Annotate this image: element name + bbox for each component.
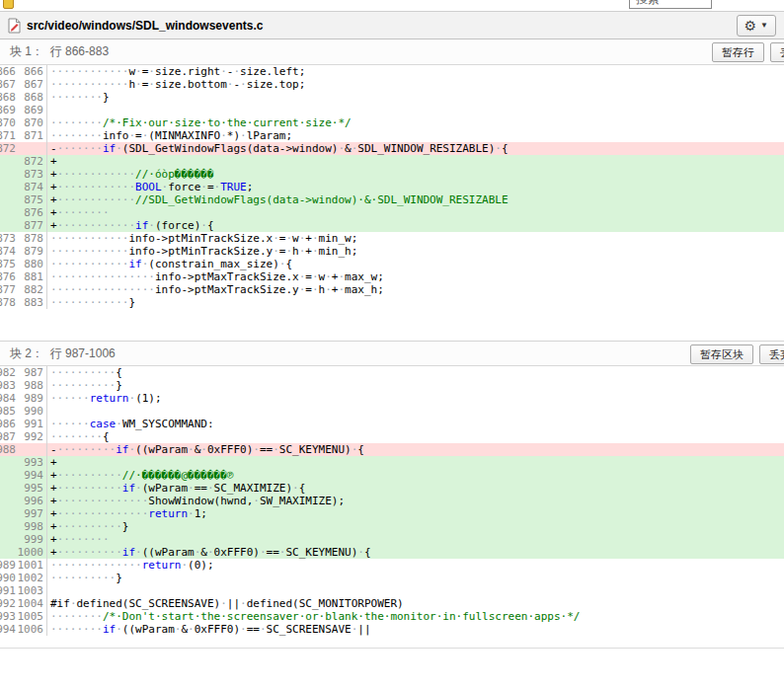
whitespace-dots: ·	[188, 507, 195, 520]
line-number-gutter: 872	[0, 142, 47, 155]
line-number-gutter: 993	[0, 456, 47, 469]
code-line: +············BOOL·force·=·TRUE;	[47, 181, 784, 193]
whitespace-dots: ·	[70, 597, 77, 610]
diff-row[interactable]: 9921004#if·defined(SC_SCREENSAVE)·||·def…	[0, 597, 784, 610]
hunk-title: 块 2： 行 987-1006	[10, 345, 116, 362]
whitespace-dots: ············	[50, 65, 128, 78]
code-token: info->ptMaxTrackSize.x	[155, 270, 299, 283]
code-line: ········if·((wParam·&·0xFFF0)·==·SC_SCRE…	[47, 623, 784, 636]
old-line-number	[0, 482, 16, 495]
discard-hunk-button[interactable]: 丢弃区块	[759, 345, 784, 364]
old-line-number: 986	[0, 418, 16, 430]
code-token: info->ptMinTrackSize.x	[128, 232, 273, 245]
diff-row[interactable]: 872-·······if·(SDL_GetWindowFlags(data->…	[0, 142, 784, 155]
settings-button[interactable]: ⚙ ▼	[737, 15, 776, 37]
diff-row[interactable]: 995+··········if·(wParam·==·SC_MAXIMIZE)…	[0, 482, 784, 495]
code-line: +··············return·1;	[47, 507, 784, 520]
stage-hunk-button[interactable]: 暂存区块	[690, 345, 753, 364]
diff-row[interactable]: 877+············if·(force)·{	[0, 219, 784, 232]
code-token: if	[116, 443, 128, 456]
whitespace-dots: ········	[57, 533, 110, 546]
diff-row[interactable]: 873+············//·óòp������	[0, 168, 784, 181]
diff-row[interactable]: 986991······case·WM_SYSCOMMAND:	[0, 418, 784, 430]
diff-row[interactable]: 1000+··········if·((wParam·&·0xFFF0)·==·…	[0, 546, 784, 559]
whitespace-dots: ·	[292, 482, 299, 495]
old-line-number: 989	[0, 559, 16, 572]
diff-row[interactable]: 872+	[0, 155, 784, 168]
diff-row[interactable]: 993+	[0, 456, 784, 469]
code-token: return	[90, 392, 129, 405]
diff-row[interactable]: 9891001··············return·(0);	[0, 559, 784, 572]
diff-row[interactable]: 9901002··········}	[0, 572, 784, 584]
diff-row[interactable]: 987992········{	[0, 430, 784, 443]
diff-row[interactable]: 877882················info->ptMaxTrackSi…	[0, 283, 784, 296]
old-line-number: 983	[0, 379, 16, 392]
diff-row[interactable]: 871871········info·=·(MINMAXINFO·*)·lPar…	[0, 129, 784, 142]
code-token: (0);	[188, 559, 214, 572]
diff-row[interactable]: 985990	[0, 405, 784, 418]
diff-row[interactable]: 994+··········//·������@������℗	[0, 469, 784, 482]
code-line: +············if·(force)·{	[47, 219, 784, 232]
line-number-gutter: 872	[0, 155, 47, 168]
whitespace-dots: ·	[273, 245, 279, 258]
diff-row[interactable]: 869869	[0, 104, 784, 116]
diff-row[interactable]: 866866············w·=·size.right·-·size.…	[0, 65, 784, 78]
diff-row[interactable]: 873878············info->ptMinTrackSize.x…	[0, 232, 784, 245]
search-input[interactable]	[629, 0, 712, 9]
line-number-gutter: 9941006	[0, 623, 47, 636]
whitespace-dots: ············	[57, 181, 135, 193]
diff-row[interactable]: 868868········}	[0, 91, 784, 104]
old-line-number: 994	[0, 623, 16, 636]
diff-row[interactable]: 876881················info->ptMaxTrackSi…	[0, 270, 784, 283]
diff-row[interactable]: 874879············info->ptMinTrackSize.y…	[0, 245, 784, 258]
diff-row[interactable]: 876+········	[0, 206, 784, 219]
line-number-gutter: 876881	[0, 270, 47, 283]
code-token: (1);	[135, 392, 162, 405]
line-number-gutter: 875	[0, 193, 47, 206]
whitespace-dots: ·	[135, 546, 142, 559]
diff-row[interactable]: 867867············h·=·size.bottom·-·size…	[0, 78, 784, 91]
line-number-gutter: 874879	[0, 245, 47, 258]
code-line: ········{	[47, 430, 784, 443]
diff-row[interactable]: 874+············BOOL·force·=·TRUE;	[0, 181, 784, 193]
diff-row[interactable]: 996+··············ShowWindow(hwnd,·SW_MA…	[0, 495, 784, 507]
diff-row[interactable]: 875+············//SDL_GetWindowFlags(dat…	[0, 193, 784, 206]
code-line: -·········if·((wParam·&·0xFFF0)·==·SC_KE…	[47, 443, 784, 456]
code-token: ==	[195, 482, 207, 495]
diff-row[interactable]: 878883············}	[0, 296, 784, 309]
whitespace-dots: ·	[260, 623, 267, 636]
diff-row[interactable]: 983988··········}	[0, 379, 784, 392]
whitespace-dots: ············	[50, 296, 128, 309]
diff-row[interactable]: 997+··············return·1;	[0, 507, 784, 520]
diff-row[interactable]: 988-·········if·((wParam·&·0xFFF0)·==·SC…	[0, 443, 784, 456]
whitespace-dots: ·	[312, 245, 319, 258]
code-token: if	[128, 258, 141, 270]
line-number-gutter: 876	[0, 206, 47, 219]
stage-lines-button[interactable]: 暂存行	[712, 42, 764, 62]
diff-row[interactable]: 875880············if·(constrain_max_size…	[0, 258, 784, 270]
code-line: ············if·(constrain_max_size)·{	[47, 258, 784, 270]
code-token: ShowWindow(hwnd,	[148, 495, 253, 507]
diff-row[interactable]: 9941006········if·((wParam·&·0xFFF0)·==·…	[0, 623, 784, 636]
diff-row[interactable]: 998+··········}	[0, 520, 784, 533]
diff-row[interactable]: 9911003	[0, 584, 784, 597]
whitespace-dots: ··········	[57, 546, 122, 559]
new-line-number: 870	[16, 116, 46, 129]
discard-lines-button[interactable]: 丢弃行	[770, 42, 784, 62]
line-number-gutter: 983988	[0, 379, 47, 392]
line-number-gutter: 869869	[0, 104, 47, 116]
diff-row[interactable]: 984989······return·(1);	[0, 392, 784, 405]
code-line: ··········}	[47, 379, 784, 392]
line-number-gutter: 996	[0, 495, 47, 507]
diff-row[interactable]: 982987··········{	[0, 366, 784, 379]
diff-row[interactable]: 9931005········/*·Don't·start·the·screen…	[0, 610, 784, 623]
new-line-number: 999	[16, 533, 46, 546]
diff-row[interactable]: 999+········	[0, 533, 784, 546]
diff-row[interactable]: 870870········/*·Fix·our·size·to·the·cur…	[0, 116, 784, 129]
whitespace-dots: ············	[50, 245, 128, 258]
new-line-number: 994	[16, 469, 46, 482]
code-line: ··············return·(0);	[47, 559, 784, 572]
whitespace-dots: ············	[57, 219, 135, 232]
line-number-gutter: 875880	[0, 258, 47, 270]
code-token: size.left;	[240, 65, 305, 78]
